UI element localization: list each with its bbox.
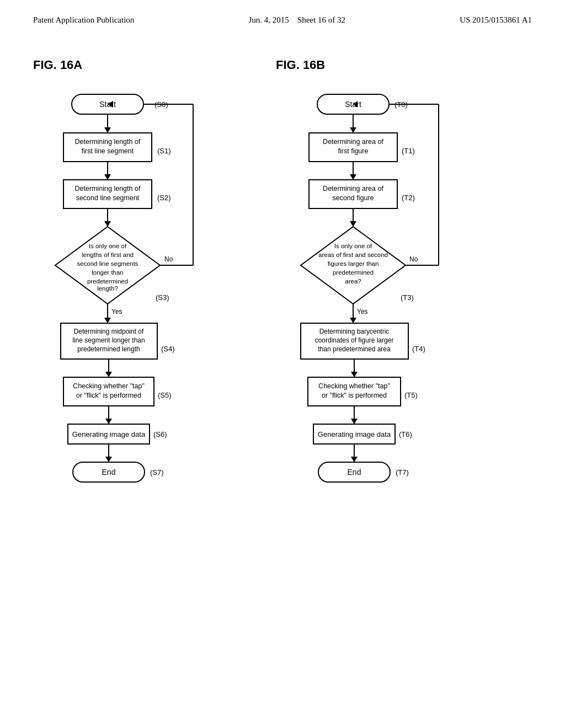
fig16b-t3: (T3) [401,293,414,302]
fig16a-d6: length? [97,285,118,292]
fig16b-d1: Is only one of [334,243,372,249]
fig16a-n6: Generating image data [72,430,146,438]
fig16b-n4-l3: than predetermined area [318,345,391,353]
svg-marker-23 [105,457,112,462]
svg-marker-30 [350,174,356,180]
fig16a-end: End [102,468,116,477]
fig16b-t4: (T4) [412,345,425,353]
fig16a-n1-line2: first line segment [82,147,134,155]
fig16a-n5-l1: Checking whether "tap" [73,382,145,390]
fig16b-t6: (T6) [399,430,412,438]
svg-marker-42 [351,372,358,377]
fig16a-s3: (S3) [156,293,169,302]
fig16a-n4-l3: predetermined length [77,345,140,353]
svg-marker-39 [350,318,356,323]
svg-marker-5 [104,174,111,180]
fig16a-d3: second line segments [77,260,138,267]
fig16b-t5: (T5) [404,391,418,399]
fig16a-n4-l1: Determining midpoint of [74,328,144,335]
fig16a-block: FIG. 16A Start (S0) Determining length o… [33,58,276,585]
fig16b-n4-l1: Determining barycentric [319,328,390,335]
fig16b-n1-l1: Determining area of [323,138,383,146]
fig16b-n5-l1: Checking whether "tap" [318,382,390,390]
fig16b-t1: (T1) [402,147,415,155]
svg-marker-27 [350,127,356,133]
fig16a-d1: Is only one of [89,243,127,249]
fig16a-s2: (S2) [157,194,171,202]
fig16b-block: FIG. 16B Start (T0) Determining area of … [276,58,519,585]
fig16b-no: No [409,255,418,263]
header-right: US 2015/0153861 A1 [460,15,532,25]
fig16a-d4: longer than [92,269,124,276]
fig16b-yes: Yes [357,308,368,315]
fig16b-d2: areas of first and second [318,251,388,258]
svg-marker-17 [105,372,112,377]
fig16b-t7: (T7) [396,468,409,477]
fig16a-d2: lengths of first and [82,251,134,258]
figures-row: FIG. 16A Start (S0) Determining length o… [0,30,565,585]
fig16b-n4-l2: coordinates of figure larger [315,336,394,344]
fig16a-s7: (S7) [150,468,164,477]
fig16a-n5-l2: or "flick" is performed [76,392,141,399]
fig16b-t2: (T2) [402,194,415,202]
svg-marker-45 [351,419,358,424]
svg-marker-48 [351,457,358,462]
svg-marker-14 [104,318,111,323]
fig16b-end: End [348,468,361,477]
svg-marker-20 [105,419,112,424]
fig16b-n5-l2: or "flick" is performed [322,392,387,399]
fig16a-n1-line1: Determining length of [75,138,141,146]
fig16a-n4-l2: line segment longer than [72,336,145,344]
fig16a-s4: (S4) [161,345,175,353]
fig16b-n2-l2: second figure [332,194,374,202]
fig16b-d4: predetermined [333,269,374,276]
fig16a-s5: (S5) [158,391,172,399]
fig16b-d5: area? [345,278,361,285]
page: Patent Application Publication Jun. 4, 2… [0,0,565,728]
svg-marker-8 [104,221,111,227]
fig16b-svg: Start (T0) Determining area of first fig… [276,89,497,585]
fig16b-n1-l2: first figure [338,147,369,155]
fig16a-n2-line1: Determining length of [75,185,141,192]
header-left: Patent Application Publication [33,15,134,25]
fig16a-s1: (S1) [157,147,171,155]
svg-marker-2 [104,127,111,133]
fig16b-n2-l1: Determining area of [323,185,383,192]
fig16b-d3: figures larger than [328,260,379,267]
fig16b-n6: Generating image data [318,430,391,438]
fig16b-title: FIG. 16B [276,58,325,72]
fig16a-d5: predetermined [87,278,128,285]
header-center: Jun. 4, 2015 Sheet 16 of 32 [249,15,345,25]
fig16a-no: No [164,255,173,263]
fig16a-svg: Start (S0) Determining length of first l… [33,89,243,585]
fig16a-n2-line2: second line segment [76,194,140,202]
fig16a-yes: Yes [111,308,122,315]
fig16a-s6: (S6) [153,430,167,438]
svg-marker-33 [350,221,356,227]
fig16a-title: FIG. 16A [33,58,82,72]
header: Patent Application Publication Jun. 4, 2… [0,0,565,30]
